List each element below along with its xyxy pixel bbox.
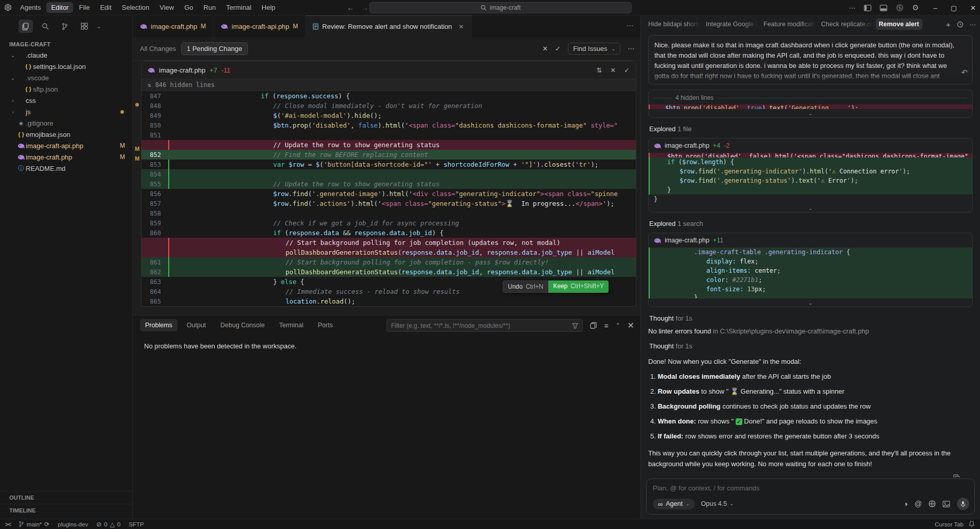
explorer-icon[interactable]: [19, 20, 33, 33]
views-chevron-icon[interactable]: ⌄: [97, 24, 101, 29]
restore-checkpoint-icon[interactable]: ↶: [961, 67, 968, 78]
thought-label[interactable]: Thought for 1s: [649, 342, 973, 350]
undo-button[interactable]: UndoCtrl+N: [503, 280, 548, 293]
accept-file-icon[interactable]: ✓: [624, 66, 630, 74]
all-changes-tab[interactable]: All Changes: [140, 45, 176, 52]
menu-run[interactable]: Run: [199, 2, 221, 13]
settings-gear-icon[interactable]: ⚙: [912, 3, 919, 12]
accept-all-icon[interactable]: ✓: [555, 45, 561, 52]
menu-agents[interactable]: Agents: [15, 2, 45, 13]
command-search-input[interactable]: image-craft: [369, 2, 632, 13]
message-more-icon[interactable]: ⋯: [966, 474, 973, 478]
panel-menu-icon[interactable]: ≡: [604, 322, 608, 330]
web-icon[interactable]: [929, 500, 936, 507]
panel-maximize-icon[interactable]: ⌃: [615, 322, 620, 329]
notifications-bell-icon[interactable]: [969, 521, 975, 527]
chat-tab-check-replicate-com[interactable]: Check replicate.com: [818, 19, 874, 30]
changes-more-icon[interactable]: ⋯: [628, 45, 634, 52]
auto-context-icon[interactable]: ◑: [903, 500, 907, 508]
agent-mode-select[interactable]: ∞Agent⌄: [653, 499, 695, 509]
tab-image-craft-api-php[interactable]: image-craft-api.phpM: [213, 15, 306, 37]
profile-folder-item[interactable]: plugins-dev: [58, 521, 88, 527]
chat-tab-remove-alert[interactable]: Remove alert: [876, 19, 922, 30]
model-select[interactable]: Opus 4.5⌄: [701, 500, 734, 507]
file-diff-card[interactable]: image-craft.php +4 -2 $btn.prop('disable…: [648, 138, 973, 213]
tab-image-craft-php[interactable]: image-craft.phpM: [133, 15, 213, 37]
chat-tab-hide-bildapi-shortco[interactable]: Hide bildapi shortco: [645, 19, 701, 30]
nav-back-button[interactable]: ←: [347, 4, 354, 12]
panel-tab-problems[interactable]: Problems: [140, 319, 177, 331]
remote-indicator[interactable]: ><: [5, 521, 10, 528]
mention-icon[interactable]: @: [915, 500, 922, 508]
menu-selection[interactable]: Selection: [117, 2, 154, 13]
tree-item-settings-local-json[interactable]: { }settings.local.json: [0, 61, 132, 72]
tree-item--gitignore[interactable]: ◈.gitignore: [0, 117, 132, 129]
menu-terminal[interactable]: Terminal: [221, 2, 256, 13]
voice-input-button[interactable]: [957, 498, 969, 510]
new-chat-icon[interactable]: +: [946, 20, 951, 29]
copy-message-icon[interactable]: [953, 474, 960, 478]
search-panel-icon[interactable]: [38, 20, 52, 33]
keep-button[interactable]: KeepCtrl+Shift+Y: [548, 280, 609, 293]
expand-diff-icon[interactable]: ⇅: [596, 66, 602, 74]
image-attach-icon[interactable]: [942, 501, 950, 507]
user-message[interactable]: Nice. please make it so that in image cr…: [648, 35, 973, 84]
outline-section[interactable]: OUTLINE: [0, 491, 132, 504]
panel-tab-ports[interactable]: Ports: [313, 319, 338, 331]
discard-all-icon[interactable]: ✕: [542, 45, 548, 52]
sftp-status[interactable]: SFTP: [129, 521, 144, 527]
tree-item-js[interactable]: ›js: [0, 106, 132, 117]
tab-overflow-icon[interactable]: ⋯: [627, 22, 633, 29]
pending-change-tab[interactable]: 1 Pending Change: [181, 42, 248, 55]
nav-forward-button[interactable]: →: [361, 4, 368, 12]
expand-card-icon[interactable]: ⌄: [649, 109, 972, 117]
window-restore-button[interactable]: ▢: [951, 4, 957, 12]
menu-file[interactable]: File: [74, 2, 94, 13]
expand-card-icon[interactable]: ⌄: [649, 204, 972, 212]
thought-label[interactable]: Thought for 1s: [649, 314, 973, 322]
find-issues-button[interactable]: Find Issues⌄: [568, 43, 620, 55]
extensions-icon[interactable]: [77, 20, 92, 33]
layout-sidebar-icon[interactable]: [864, 5, 871, 11]
chat-input[interactable]: Plan, @ for context, / for commands ∞Age…: [646, 479, 975, 515]
tree-item-image-craft-api-php[interactable]: image-craft-api.phpM: [0, 140, 132, 151]
hidden-lines-toggle[interactable]: ⇅846 hidden lines: [141, 79, 636, 91]
project-root[interactable]: IMAGE-CRAFT: [0, 37, 132, 49]
history-icon[interactable]: [957, 21, 964, 28]
window-minimize-button[interactable]: –: [934, 4, 937, 12]
menu-view[interactable]: View: [155, 2, 179, 13]
panel-close-icon[interactable]: ✕: [628, 321, 634, 330]
tree-item-css[interactable]: ›css: [0, 95, 132, 106]
layout-panel-icon[interactable]: [880, 5, 887, 11]
expand-card-icon[interactable]: ⌄: [649, 298, 972, 307]
menu-edit[interactable]: Edit: [95, 2, 116, 13]
tree-item-image-craft-php[interactable]: image-craft.phpM: [0, 151, 132, 163]
tab-close-icon[interactable]: ✕: [459, 23, 464, 30]
cursor-cube-icon[interactable]: [896, 4, 904, 12]
views-icon[interactable]: [590, 322, 597, 329]
tree-item--claude[interactable]: ⌄.claude: [0, 49, 132, 61]
panel-tab-terminal[interactable]: Terminal: [274, 319, 309, 331]
git-branch-item[interactable]: main* ⟳: [19, 521, 49, 528]
menu-go[interactable]: Go: [180, 2, 198, 13]
chat-tab-integrate-google-na[interactable]: Integrate Google Na: [703, 19, 758, 30]
chat-tab-feature-modificatio[interactable]: Feature modificatio: [760, 19, 816, 30]
problems-summary[interactable]: ⊘0 △0: [96, 521, 120, 528]
panel-tab-output[interactable]: Output: [182, 319, 211, 331]
menu-editor[interactable]: Editor: [46, 2, 73, 13]
tree-item-readme-md[interactable]: ⓘREADME.md: [0, 163, 132, 174]
tree-item-sftp-json[interactable]: { }sftp.json: [0, 83, 132, 95]
reject-file-icon[interactable]: ✕: [610, 66, 616, 74]
hidden-lines-card[interactable]: 4 hidden lines $btn.prop('disabled', tru…: [648, 90, 973, 118]
problems-filter-input[interactable]: Filter (e.g. text, **/*.ts, !**/node_mod…: [386, 319, 583, 332]
chat-more-icon[interactable]: ⋯: [970, 21, 976, 28]
window-close-button[interactable]: ✕: [970, 4, 976, 12]
search-diff-card[interactable]: image-craft.php +11 .image-craft-table .…: [648, 233, 973, 307]
source-control-icon[interactable]: [58, 20, 72, 33]
menu-help[interactable]: Help: [257, 2, 280, 13]
tree-item--vscode[interactable]: ⌄.vscode: [0, 72, 132, 83]
timeline-section[interactable]: TIMELINE: [0, 504, 132, 517]
cursor-tab-status[interactable]: Cursor Tab: [935, 521, 964, 527]
panel-tab-debug-console[interactable]: Debug Console: [215, 319, 270, 331]
titlebar-more-icon[interactable]: ⋯: [849, 4, 856, 12]
